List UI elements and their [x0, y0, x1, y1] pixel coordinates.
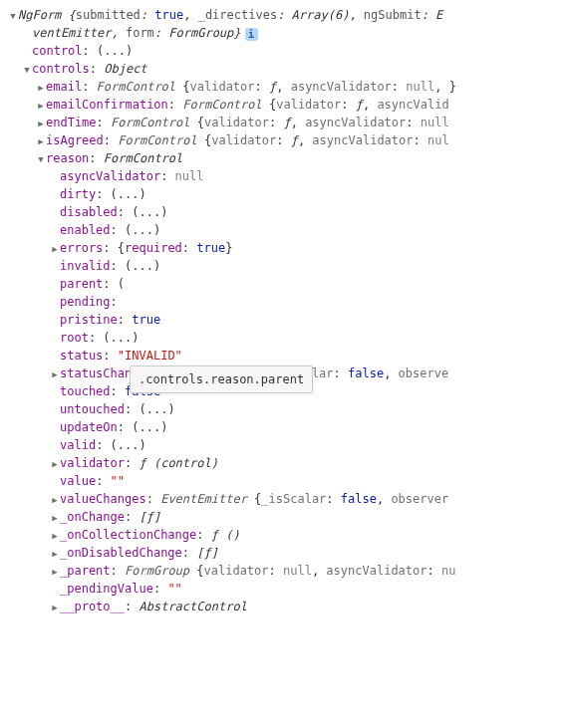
expand-arrow-icon[interactable] [50, 527, 60, 545]
property-row: asyncValidator: null [8, 167, 559, 185]
property-row: updateOn: (...) [8, 418, 559, 436]
property-row[interactable]: email: FormControl {validator: ƒ, asyncV… [8, 78, 559, 96]
expand-arrow-icon[interactable] [50, 365, 60, 383]
property-content: _onChange: [ƒ] [60, 508, 160, 526]
property-content: value: "" [60, 472, 125, 490]
expand-arrow-icon[interactable] [50, 545, 60, 563]
property-content: enabled: (...) [60, 221, 160, 239]
property-content: email: FormControl {validator: ƒ, asyncV… [46, 78, 456, 96]
expand-arrow-icon[interactable] [50, 563, 60, 581]
property-row: pending: [8, 293, 559, 311]
property-row[interactable]: _onDisabledChange: [ƒ] [8, 544, 559, 562]
property-content: emailConfirmation: FormControl {validato… [46, 96, 449, 114]
property-row: pristine: true [8, 311, 559, 329]
property-content: __proto__: AbstractControl [60, 598, 247, 615]
property-content: control: (...) [32, 42, 133, 60]
expand-arrow-icon[interactable] [8, 7, 18, 25]
property-row: dirty: (...) [8, 185, 559, 203]
property-path-tooltip: .controls.reason.parent [130, 365, 313, 393]
property-content: status: "INVALID" [60, 347, 182, 364]
expand-arrow-icon[interactable] [36, 150, 46, 168]
expand-arrow-icon[interactable] [50, 491, 60, 509]
property-content: _onCollectionChange: ƒ () [60, 526, 240, 544]
expand-arrow-icon[interactable] [50, 509, 60, 527]
property-row: untouched: (...) [8, 400, 559, 418]
property-row[interactable]: _onChange: [ƒ] [8, 508, 559, 526]
property-content: validator: ƒ (control) [60, 454, 218, 472]
property-content: pending: [60, 293, 118, 311]
expand-arrow-icon[interactable] [22, 61, 32, 79]
property-content: errors: {required: true} [60, 239, 232, 257]
property-content: pristine: true [60, 311, 160, 329]
property-row: status: "INVALID" [8, 347, 559, 364]
expand-arrow-icon[interactable] [36, 115, 46, 132]
property-row: disabled: (...) [8, 203, 559, 221]
property-row[interactable]: emailConfirmation: FormControl {validato… [8, 96, 559, 114]
property-content: isAgreed: FormControl {validator: ƒ, asy… [46, 131, 449, 149]
property-content: asyncValidator: null [60, 167, 204, 185]
expand-arrow-icon[interactable] [50, 455, 60, 473]
property-content: _onDisabledChange: [ƒ] [60, 544, 218, 562]
property-content: invalid: (...) [60, 257, 160, 275]
property-content: _pendingValue: "" [60, 580, 182, 598]
property-row[interactable]: endTime: FormControl {validator: ƒ, asyn… [8, 114, 559, 131]
property-row: invalid: (...) [8, 257, 559, 275]
property-content: _parent: FormGroup {validator: null, asy… [60, 562, 455, 580]
property-content: root: (...) [60, 329, 139, 347]
header-text-cont: ventEmitter, form: FormGroup}i [32, 24, 258, 42]
property-content: parent: ( [60, 275, 125, 293]
property-row[interactable]: errors: {required: true} [8, 239, 559, 257]
property-row: _pendingValue: "" [8, 580, 559, 598]
property-row[interactable]: isAgreed: FormControl {validator: ƒ, asy… [8, 131, 559, 149]
property-row: control: (...) [8, 42, 559, 60]
info-icon[interactable]: i [245, 28, 258, 41]
property-content: controls: Object [32, 60, 147, 78]
property-content: updateOn: (...) [60, 418, 167, 436]
property-row[interactable]: valueChanges: EventEmitter {_isScalar: f… [8, 490, 559, 508]
expand-arrow-icon[interactable] [36, 97, 46, 115]
property-content: dirty: (...) [60, 185, 146, 203]
property-content: valid: (...) [60, 436, 146, 454]
property-content: disabled: (...) [60, 203, 167, 221]
property-row: valid: (...) [8, 436, 559, 454]
header-text: NgForm {submitted: true, _directives: Ar… [18, 6, 442, 24]
property-row: enabled: (...) [8, 221, 559, 239]
expand-arrow-icon[interactable] [50, 599, 60, 616]
property-row[interactable]: controls: Object [8, 60, 559, 78]
expand-arrow-icon[interactable] [36, 79, 46, 97]
object-header[interactable]: NgForm {submitted: true, _directives: Ar… [8, 6, 559, 24]
property-content: reason: FormControl [46, 149, 182, 167]
property-row[interactable]: _onCollectionChange: ƒ () [8, 526, 559, 544]
property-row[interactable]: validator: ƒ (control) [8, 454, 559, 472]
property-row: root: (...) [8, 329, 559, 347]
property-row[interactable]: reason: FormControl [8, 149, 559, 167]
property-content: valueChanges: EventEmitter {_isScalar: f… [60, 490, 448, 508]
object-tree: NgForm {submitted: true, _directives: Ar… [8, 6, 559, 615]
property-row: value: "" [8, 472, 559, 490]
property-content: endTime: FormControl {validator: ƒ, asyn… [46, 114, 449, 131]
expand-arrow-icon[interactable] [36, 132, 46, 150]
property-row[interactable]: _parent: FormGroup {validator: null, asy… [8, 562, 559, 580]
property-content: untouched: (...) [60, 400, 175, 418]
property-row: parent: ( [8, 275, 559, 293]
expand-arrow-icon[interactable] [50, 240, 60, 258]
property-row[interactable]: __proto__: AbstractControl [8, 598, 559, 615]
